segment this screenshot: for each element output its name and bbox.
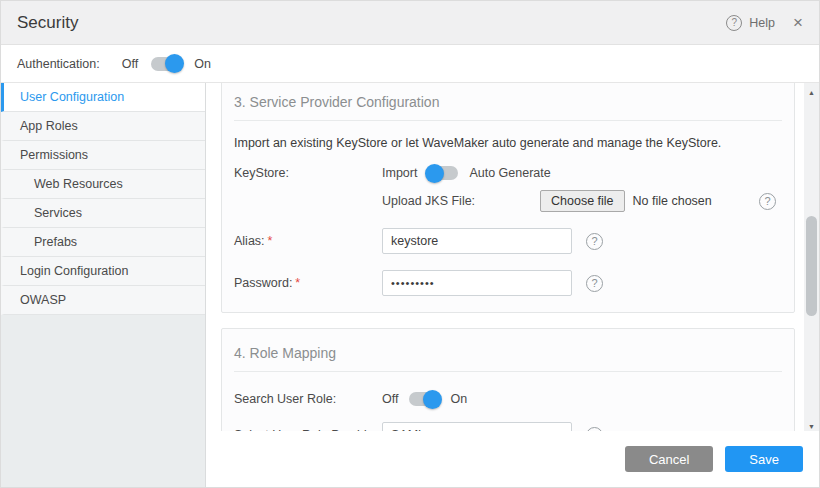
section-title: 4. Role Mapping [234, 345, 782, 372]
jks-file-input: Choose file No file chosen [540, 190, 712, 212]
authentication-toggle[interactable] [151, 57, 181, 71]
alias-control: ? [382, 228, 782, 254]
section-description: Import an existing KeyStore or let WaveM… [234, 136, 782, 150]
sidebar-item-permissions[interactable]: Permissions [1, 141, 205, 170]
search-user-role-row: Search User Role: Off On [234, 392, 782, 406]
sidebar-item-login-configuration[interactable]: Login Configuration [1, 257, 205, 286]
authentication-toggle-group: Off On [122, 57, 211, 71]
search-user-role-toggle[interactable] [409, 392, 439, 406]
dialog-header: Security ? Help × [1, 1, 819, 45]
sidebar-item-prefabs[interactable]: Prefabs [1, 228, 205, 257]
authentication-off-label: Off [122, 57, 138, 71]
sidebar-item-label: OWASP [20, 293, 66, 307]
authentication-on-label: On [194, 57, 211, 71]
scrollbar-thumb[interactable] [806, 216, 817, 316]
toggle-knob [425, 164, 444, 183]
keystore-auto-generate-label: Auto Generate [469, 166, 550, 180]
sidebar-item-label: Login Configuration [20, 264, 128, 278]
search-user-role-toggle-group: Off On [382, 392, 782, 406]
sidebar-item-owasp[interactable]: OWASP [1, 286, 205, 315]
password-label: Password:* [234, 276, 382, 290]
sidebar-item-label: Permissions [20, 148, 88, 162]
save-button[interactable]: Save [725, 446, 803, 472]
header-actions: ? Help × [726, 14, 803, 31]
keystore-toggle-group: Import Auto Generate [382, 166, 782, 180]
password-input[interactable] [382, 270, 572, 296]
alias-label-text: Alias: [234, 234, 265, 248]
password-row: Password:* ? [234, 270, 782, 296]
keystore-label: KeyStore: [234, 166, 382, 180]
alias-label: Alias:* [234, 234, 382, 248]
sidebar-item-label: App Roles [20, 119, 78, 133]
upload-jks-label: Upload JKS File: [382, 194, 540, 208]
help-icon[interactable]: ? [726, 15, 742, 31]
search-role-off-label: Off [382, 392, 398, 406]
page-title: Security [17, 13, 78, 33]
scroll-up-icon[interactable]: ▲ [804, 85, 819, 99]
sidebar-item-web-resources[interactable]: Web Resources [1, 170, 205, 199]
dialog-body: User Configuration App Roles Permissions… [1, 83, 819, 487]
required-asterisk: * [268, 234, 273, 248]
authentication-bar: Authentication: Off On [1, 45, 819, 83]
sidebar-item-app-roles[interactable]: App Roles [1, 112, 205, 141]
alias-input[interactable] [382, 228, 572, 254]
help-link[interactable]: Help [749, 16, 775, 30]
toggle-knob [165, 54, 184, 73]
search-user-role-label: Search User Role: [234, 392, 382, 406]
content-scroll: 3. Service Provider Configuration Import… [206, 83, 795, 487]
authentication-label: Authentication: [17, 57, 100, 71]
upload-jks-control: Upload JKS File: Choose file No file cho… [382, 190, 782, 212]
sidebar-item-label: Web Resources [34, 177, 123, 191]
keystore-import-label: Import [382, 166, 417, 180]
section-service-provider-configuration: 3. Service Provider Configuration Import… [221, 83, 795, 313]
sidebar-item-services[interactable]: Services [1, 199, 205, 228]
sidebar-item-user-configuration[interactable]: User Configuration [1, 83, 205, 112]
sidebar-item-label: Prefabs [34, 235, 77, 249]
choose-file-button[interactable]: Choose file [540, 190, 625, 212]
sidebar-item-label: Services [34, 206, 82, 220]
sidebar-item-label: User Configuration [20, 90, 124, 104]
upload-jks-row: Upload JKS File: Choose file No file cho… [234, 190, 782, 212]
content-area: 3. Service Provider Configuration Import… [206, 83, 819, 487]
alias-row: Alias:* ? [234, 228, 782, 254]
required-asterisk: * [295, 276, 300, 290]
vertical-scrollbar[interactable]: ▲ ▼ [804, 83, 819, 435]
action-footer: Cancel Save [206, 431, 819, 487]
search-role-on-label: On [450, 392, 467, 406]
password-label-text: Password: [234, 276, 292, 290]
toggle-knob [423, 390, 442, 409]
sidebar-nav: User Configuration App Roles Permissions… [1, 83, 206, 487]
password-help-icon[interactable]: ? [586, 275, 603, 292]
file-chosen-status: No file chosen [633, 194, 712, 208]
password-control: ? [382, 270, 782, 296]
close-icon[interactable]: × [793, 14, 803, 31]
keystore-row: KeyStore: Import Auto Generate [234, 166, 782, 180]
keystore-toggle[interactable] [428, 166, 458, 180]
upload-help-icon[interactable]: ? [759, 193, 776, 210]
cancel-button[interactable]: Cancel [625, 446, 713, 472]
security-dialog: Security ? Help × Authentication: Off On… [0, 0, 820, 488]
alias-help-icon[interactable]: ? [586, 233, 603, 250]
section-title: 3. Service Provider Configuration [234, 94, 782, 121]
